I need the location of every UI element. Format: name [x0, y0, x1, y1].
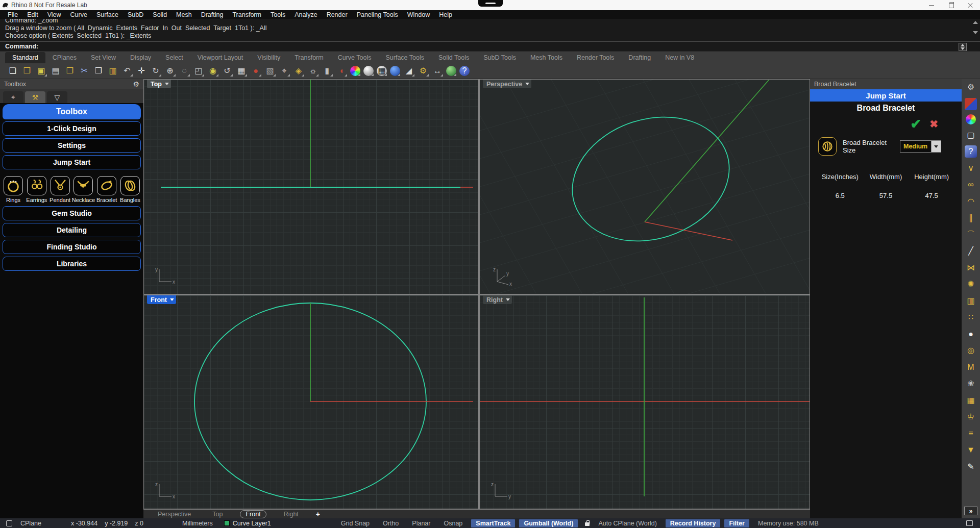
spinner-down-icon[interactable] [961, 47, 965, 50]
save-file-icon[interactable]: ▣ [36, 65, 47, 77]
restore-button[interactable] [941, 0, 961, 10]
menu-mesh[interactable]: Mesh [172, 11, 197, 18]
shaded-display-icon[interactable]: ◖ [336, 65, 347, 77]
pen-tool-icon[interactable]: ✎ [965, 461, 977, 473]
status-osnap[interactable]: Osnap [439, 519, 467, 527]
status-filter[interactable]: Filter [724, 519, 749, 527]
white-sphere-icon[interactable] [363, 66, 374, 76]
sun-motif-tool-icon[interactable]: ✺ [965, 278, 977, 290]
toolbox-title-button[interactable]: Toolbox [3, 104, 141, 119]
toolbar-tab-display[interactable]: Display [123, 52, 158, 63]
toolbar-tab-surface-tools[interactable]: Surface Tools [378, 52, 431, 63]
size-dropdown-value[interactable]: Medium [900, 140, 932, 153]
color-wheel-icon[interactable] [350, 66, 360, 76]
menu-edit[interactable]: Edit [22, 11, 43, 18]
toolbar-tab-render-tools[interactable]: Render Tools [570, 52, 621, 63]
command-history[interactable]: Command: _Zoom Drag a window to zoom ( A… [0, 19, 980, 42]
clasp-tool-icon[interactable]: M [965, 361, 977, 373]
filter-tab[interactable]: ▽ [47, 91, 67, 103]
paste-icon[interactable]: ▥ [107, 65, 118, 77]
command-prompt[interactable]: Command: [0, 42, 980, 52]
zoom-window-icon[interactable]: ◌ [179, 65, 190, 77]
pan-icon[interactable]: ✛ [136, 65, 147, 77]
toolbar-tab-set-view[interactable]: Set View [84, 52, 123, 63]
toolbar-tab-new-in-v8[interactable]: New in V8 [658, 52, 701, 63]
display-monitor-icon[interactable]: ▢ [965, 129, 977, 141]
cut-icon[interactable]: ✂ [79, 65, 90, 77]
menu-tools[interactable]: Tools [266, 11, 290, 18]
chevron-down-icon[interactable] [170, 298, 174, 301]
viewport-label-top[interactable]: Top [147, 80, 171, 88]
band-tool-icon[interactable]: ◠ [965, 195, 977, 208]
jewelry-earrings[interactable]: Earrings [26, 176, 47, 203]
spinner-up-icon[interactable] [961, 44, 965, 46]
toolbox-tab[interactable]: ⚒ [25, 91, 45, 103]
status-planar[interactable]: Planar [407, 519, 435, 527]
viewport-tab-perspective[interactable]: Perspective [154, 511, 195, 518]
button-finding-studio[interactable]: Finding Studio [3, 240, 141, 254]
panel-options-gear-icon[interactable]: ⚙ [965, 81, 977, 93]
zoom-icon[interactable]: ⊕ [164, 65, 176, 77]
help-icon[interactable]: ? [459, 66, 470, 76]
jewelry-necklace[interactable]: Necklace [72, 176, 94, 203]
history-scroll-up-icon[interactable] [973, 21, 978, 24]
gumball-icon[interactable]: ◈ [293, 65, 304, 77]
export-icon[interactable]: ❐ [64, 65, 76, 77]
jewelry-pendant[interactable]: Pendant [50, 176, 71, 203]
status-layer[interactable]: Curve Layer1 [233, 520, 271, 527]
viewport-perspective[interactable]: Perspective z y x [480, 80, 810, 294]
gear-icon[interactable]: ⚙ [133, 80, 139, 88]
layer-color-swatch[interactable] [224, 520, 230, 526]
history-scroll-down-icon[interactable] [973, 31, 978, 34]
status-memory-use-580-mb[interactable]: Memory use: 580 MB [753, 519, 823, 527]
blue-sphere-icon[interactable] [390, 66, 400, 76]
menu-transform[interactable]: Transform [228, 11, 266, 18]
open-file-icon[interactable]: ❒ [21, 65, 33, 77]
menu-paneling-tools[interactable]: Paneling Tools [352, 11, 403, 18]
undo-view-icon[interactable]: ↺ [222, 65, 233, 77]
tray-tool-icon[interactable]: ▼ [965, 444, 977, 456]
chevron-down-icon[interactable] [506, 298, 510, 301]
window-icon[interactable] [6, 520, 12, 526]
sphere-tool-icon[interactable]: ● [965, 328, 977, 340]
jewelry-rings[interactable]: Rings [3, 176, 24, 203]
status-gumball-world[interactable]: Gumball (World) [519, 519, 578, 527]
jewelry-bangles[interactable]: Bangles [119, 176, 141, 203]
menu-help[interactable]: Help [434, 11, 457, 18]
zoom-selected-icon[interactable]: ◉ [207, 65, 218, 77]
menu-analyze[interactable]: Analyze [290, 11, 322, 18]
toolbar-tab-viewport-layout[interactable]: Viewport Layout [190, 52, 250, 63]
toolbar-tab-mesh-tools[interactable]: Mesh Tools [523, 52, 570, 63]
viewport-tab-right[interactable]: Right [280, 511, 303, 518]
diagonal-band-tool-icon[interactable]: ╱ [965, 245, 977, 257]
add-viewport-button[interactable]: + [316, 510, 320, 518]
menu-render[interactable]: Render [322, 11, 352, 18]
print-icon[interactable]: ▤ [50, 65, 61, 77]
viewport-right[interactable]: Right z y [480, 295, 810, 509]
status-smarttrack[interactable]: SmartTrack [471, 519, 515, 527]
grid-motif-tool-icon[interactable]: ▦ [965, 394, 977, 407]
toolbar-tab-subd-tools[interactable]: SubD Tools [476, 52, 523, 63]
status-ortho[interactable]: Ortho [378, 519, 403, 527]
rotate-view-icon[interactable]: ↻ [150, 65, 161, 77]
viewport-tab-top[interactable]: Top [208, 511, 227, 518]
button-libraries[interactable]: Libraries [3, 257, 141, 271]
lock-icon[interactable]: ▮ [322, 65, 333, 77]
command-spinner[interactable] [959, 43, 967, 51]
necklace-tool-icon[interactable]: ∨ [965, 162, 977, 174]
monitor-icon[interactable] [966, 520, 973, 526]
viewport-tab-front[interactable]: Front [240, 510, 266, 518]
dimension-icon[interactable]: ↔ [432, 65, 443, 77]
help-panel-icon[interactable]: ? [965, 145, 977, 158]
menu-surface[interactable]: Surface [92, 11, 123, 18]
beaded-arc-tool-icon[interactable]: ⌒ [965, 229, 977, 241]
cancel-button[interactable]: ✖ [929, 119, 938, 129]
toolbar-tab-drafting[interactable]: Drafting [621, 52, 658, 63]
size-dropdown[interactable]: Medium [900, 140, 941, 153]
button-jump-start[interactable]: Jump Start [3, 155, 141, 169]
chevron-down-icon[interactable] [525, 83, 529, 85]
viewport-label-perspective[interactable]: Perspective [483, 80, 531, 88]
shapes-tool-icon[interactable]: ∷ [965, 311, 977, 323]
chevron-down-icon[interactable] [165, 83, 169, 85]
toolbar-tab-standard[interactable]: Standard [5, 52, 45, 63]
